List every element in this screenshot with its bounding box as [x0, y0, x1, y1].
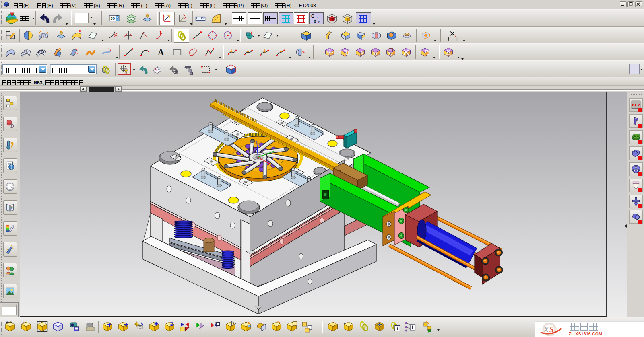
svg-text:KEY: KEY: [632, 103, 640, 107]
svg-text:x: x: [455, 35, 456, 38]
svg-text:C: C: [311, 14, 314, 18]
svg-text:y: y: [318, 20, 320, 23]
svg-text:X: X: [543, 325, 549, 334]
svg-text:S: S: [549, 325, 554, 334]
svg-text:50: 50: [110, 16, 115, 21]
svg-text:p: p: [314, 18, 316, 23]
svg-text:A: A: [158, 47, 164, 58]
